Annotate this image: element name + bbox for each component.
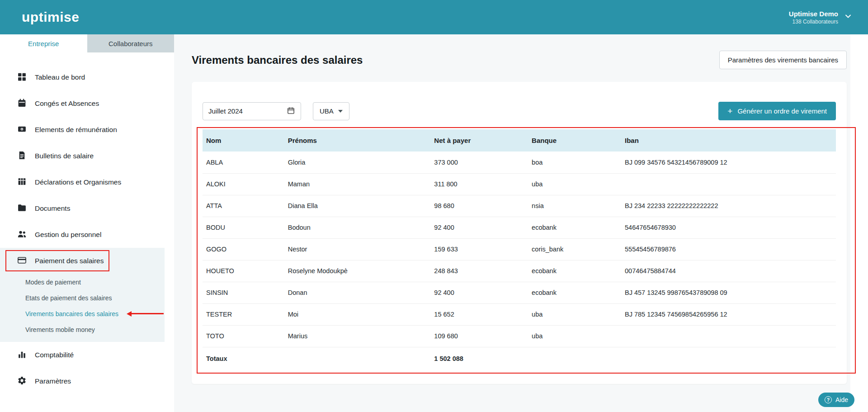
month-picker[interactable]: Juillet 2024 <box>203 102 301 120</box>
table-row: BODU Bodoun 92 400 ecobank 5464765467893… <box>203 217 836 238</box>
cell-banque: boa <box>528 152 621 173</box>
sidebar-item-tableau-de-bord[interactable]: Tableau de bord <box>0 64 174 90</box>
cell-banque: ecobank <box>528 282 621 303</box>
sidebar-item-comptabilite[interactable]: Comptabilité <box>0 342 174 368</box>
cell-iban: BJ 785 12345 74569854265956 12 <box>621 303 836 325</box>
account-subtitle: 138 Collaborateurs <box>789 19 838 25</box>
cell-prenoms: Diana Ella <box>284 195 431 217</box>
submenu-item-etats-paiement[interactable]: Etats de paiement des salaires <box>0 290 165 306</box>
cell-banque: nsia <box>528 195 621 217</box>
cell-prenoms: Marius <box>284 325 431 347</box>
people-icon <box>17 229 27 241</box>
cell-banque: ecobank <box>528 217 621 238</box>
cell-iban: 54647654678930 <box>621 217 836 238</box>
cell-banque: coris_bank <box>528 238 621 260</box>
question-icon: ? <box>825 396 832 403</box>
main-content: Virements bancaires des salaires Paramèt… <box>174 34 850 412</box>
payment-submenu: Modes de paiement Etats de paiement des … <box>0 274 165 337</box>
cell-prenoms: Maman <box>284 173 431 195</box>
cell-net: 109 680 <box>430 325 528 347</box>
cell-iban <box>621 173 836 195</box>
tab-collaborateurs[interactable]: Collaborateurs <box>87 34 175 52</box>
caret-down-icon <box>338 110 343 113</box>
chevron-down-icon <box>844 12 853 23</box>
col-header-nom: Nom <box>203 129 284 152</box>
sidebar-item-bulletins-salaire[interactable]: Bulletins de salaire <box>0 143 174 169</box>
cell-nom: GOGO <box>203 238 284 260</box>
sidebar-item-label: Gestion du personnel <box>35 231 101 239</box>
cell-nom: ALOKI <box>203 173 284 195</box>
table-row: SINSIN Donan 92 400 ecobank BJ 457 13245… <box>203 282 836 303</box>
virements-settings-button[interactable]: Paramètres des virements bancaires <box>719 51 847 69</box>
totals-row: Totaux 1 502 088 <box>203 347 836 370</box>
dashboard-icon <box>17 72 27 83</box>
cell-iban: 00746475884744 <box>621 260 836 282</box>
col-header-banque: Banque <box>528 129 621 152</box>
submenu-item-label: Etats de paiement des salaires <box>25 294 112 302</box>
app-logo[interactable]: uptimise <box>22 9 79 25</box>
cell-nom: SINSIN <box>203 282 284 303</box>
account-menu[interactable]: Uptimise Demo 138 Collaborateurs <box>789 10 853 25</box>
sidebar-item-documents[interactable]: Documents <box>0 195 174 222</box>
cell-net: 92 400 <box>430 217 528 238</box>
sidebar-item-label: Paramètres <box>35 377 71 385</box>
table-row: TOTO Marius 109 680 uba <box>203 325 836 347</box>
cell-prenoms: Moi <box>284 303 431 325</box>
cell-nom: TESTER <box>203 303 284 325</box>
submenu-item-virements-bancaires[interactable]: Virements bancaires des salaires <box>0 306 165 322</box>
cell-prenoms: Nestor <box>284 238 431 260</box>
sidebar-item-label: Congés et Absences <box>35 99 99 108</box>
table-row: TESTER Moi 15 652 uba BJ 785 12345 74569… <box>203 303 836 325</box>
cell-nom: TOTO <box>203 325 284 347</box>
sidebar: Entreprise Collaborateurs Tableau de bor… <box>0 34 174 412</box>
cell-nom: HOUETO <box>203 260 284 282</box>
cell-iban: 55545456789876 <box>621 238 836 260</box>
cell-prenoms: Gloria <box>284 152 431 173</box>
gear-icon <box>17 376 27 387</box>
table-icon <box>17 177 27 188</box>
sidebar-group-paiement-salaires: Paiement des salaires Modes de paiement … <box>0 248 165 342</box>
bar-chart-icon <box>17 350 27 361</box>
cell-prenoms: Donan <box>284 282 431 303</box>
table-row: GOGO Nestor 159 633 coris_bank 555454567… <box>203 238 836 260</box>
submenu-item-modes-paiement[interactable]: Modes de paiement <box>0 274 165 290</box>
remuneration-icon <box>17 124 27 136</box>
sidebar-item-paiement-salaires[interactable]: Paiement des salaires <box>0 248 165 274</box>
submenu-item-label: Virements bancaires des salaires <box>25 310 118 317</box>
help-label: Aide <box>835 396 848 403</box>
sidebar-item-conges-absences[interactable]: Congés et Absences <box>0 90 174 117</box>
cell-net: 159 633 <box>430 238 528 260</box>
generate-order-button[interactable]: + Générer un ordre de virement <box>718 102 836 120</box>
totals-net: 1 502 088 <box>430 347 528 370</box>
calendar-picker-icon <box>287 106 295 116</box>
sidebar-item-declarations-organismes[interactable]: Déclarations et Organismes <box>0 169 174 195</box>
annotation-red-arrow <box>127 311 164 317</box>
sidebar-menu: Tableau de bord Congés et Absences Eleme… <box>0 52 174 394</box>
plus-icon: + <box>727 107 732 115</box>
cell-net: 248 843 <box>430 260 528 282</box>
submenu-item-label: Modes de paiement <box>25 279 81 286</box>
folder-icon <box>17 203 27 214</box>
help-button[interactable]: ? Aide <box>818 393 854 407</box>
cell-nom: ATTA <box>203 195 284 217</box>
cell-net: 311 800 <box>430 173 528 195</box>
tab-entreprise[interactable]: Entreprise <box>0 34 87 52</box>
bank-select-value: UBA <box>320 107 334 115</box>
sidebar-item-parametres[interactable]: Paramètres <box>0 368 174 394</box>
sidebar-item-label: Déclarations et Organismes <box>35 178 121 186</box>
sidebar-item-label: Documents <box>35 204 70 213</box>
sidebar-item-elements-remuneration[interactable]: Elements de rémunération <box>0 117 174 143</box>
totals-label: Totaux <box>203 347 284 370</box>
cell-banque: uba <box>528 325 621 347</box>
sidebar-item-gestion-personnel[interactable]: Gestion du personnel <box>0 222 174 248</box>
submenu-item-virements-mobile-money[interactable]: Virements mobile money <box>0 322 165 337</box>
credit-card-icon <box>17 256 27 267</box>
cell-iban: BJ 099 34576 54321456789009 12 <box>621 152 836 173</box>
filters-row: Juillet 2024 UBA + Générer un ordre de v… <box>203 102 836 120</box>
table-row: ABLA Gloria 373 000 boa BJ 099 34576 543… <box>203 152 836 173</box>
table-row: ALOKI Maman 311 800 uba <box>203 173 836 195</box>
bank-select[interactable]: UBA <box>313 102 349 120</box>
calendar-icon <box>17 98 27 109</box>
col-header-prenoms: Prénoms <box>284 129 431 152</box>
cell-nom: ABLA <box>203 152 284 173</box>
